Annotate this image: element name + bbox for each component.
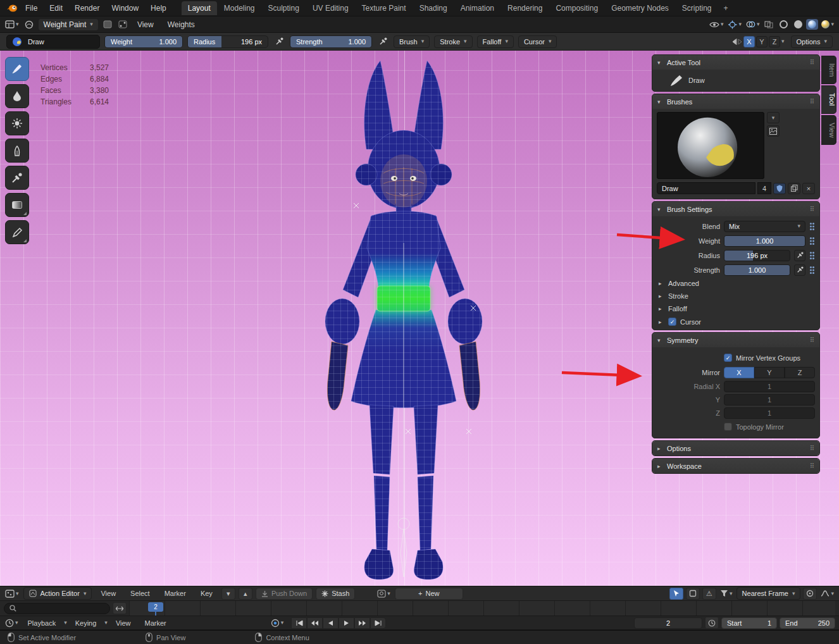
mirror-z-toggle[interactable]: Z xyxy=(769,36,780,47)
active-tool-pill[interactable]: Draw xyxy=(6,35,100,49)
menu-keying[interactable]: Keying xyxy=(70,617,103,629)
xray-toggle[interactable] xyxy=(762,18,775,31)
blend-dropdown[interactable]: Mix ▾ xyxy=(724,221,805,232)
blender-logo[interactable] xyxy=(5,2,19,15)
panel-brush-settings-header[interactable]: ▾ Brush Settings ⠿ xyxy=(652,202,819,216)
shading-wireframe-button[interactable] xyxy=(777,18,790,31)
strength-slider[interactable]: Strength 1.000 xyxy=(290,35,372,48)
fake-user-shield-button[interactable] xyxy=(773,183,786,194)
menu-view[interactable]: View xyxy=(95,588,121,599)
stash-button[interactable]: Stash xyxy=(316,588,355,600)
strength-eyedropper-button[interactable] xyxy=(376,35,389,48)
paint-mask-vertex-toggle[interactable] xyxy=(116,18,129,31)
panel-active-tool-header[interactable]: ▾ Active Tool ⠿ xyxy=(652,55,819,70)
menu-key[interactable]: Key xyxy=(195,588,218,599)
menu-marker[interactable]: Marker xyxy=(159,588,192,599)
action-browse-button[interactable]: ▾ xyxy=(376,587,392,600)
new-action-button[interactable]: + New xyxy=(395,588,463,600)
browse-action-down-button[interactable]: ▾ xyxy=(221,588,235,600)
menu-playback[interactable]: Playback xyxy=(22,617,62,629)
snap-dropdown[interactable]: Nearest Frame ▾ xyxy=(736,587,801,600)
paint-mask-face-toggle[interactable] xyxy=(101,18,114,31)
cursor-checkbox[interactable]: ✓ xyxy=(668,318,676,326)
editor-type-button[interactable]: ▾ xyxy=(4,18,20,31)
drag-handle-icon[interactable]: ⠿ xyxy=(810,337,814,344)
menu-view[interactable]: View xyxy=(110,617,137,629)
menu-view[interactable]: View xyxy=(132,18,159,31)
tab-layout[interactable]: Layout xyxy=(182,1,217,15)
cursor-popover[interactable]: Cursor ▾ xyxy=(518,35,557,48)
filter-button[interactable]: ▾ xyxy=(719,587,734,600)
channel-search-field[interactable] xyxy=(4,603,110,614)
mirror-vertex-groups-checkbox[interactable]: ✓ xyxy=(724,354,732,362)
radius-slider[interactable]: 196 px xyxy=(724,250,790,261)
animate-icon[interactable] xyxy=(809,222,815,231)
expand-channels-button[interactable] xyxy=(113,602,127,614)
menu-weights[interactable]: Weights xyxy=(162,18,201,31)
animate-icon[interactable] xyxy=(809,266,815,275)
section-cursor[interactable]: ▸ ✓ Cursor xyxy=(652,315,819,328)
start-frame-field[interactable]: Start 1 xyxy=(721,617,777,629)
panel-options-header[interactable]: ▸ Options ⠿ xyxy=(652,441,819,455)
jump-prev-keyframe-button[interactable] xyxy=(307,617,323,629)
brush-image-button[interactable] xyxy=(767,125,780,137)
action-editor-mode-dropdown[interactable]: Action Editor ▾ xyxy=(23,587,92,600)
tab-sculpting[interactable]: Sculpting xyxy=(262,1,306,15)
tool-average-button[interactable] xyxy=(5,111,29,135)
panel-brushes-header[interactable]: ▾ Brushes ⠿ xyxy=(652,94,819,109)
tool-annotate-button[interactable] xyxy=(5,220,29,244)
sidebar-tab-item[interactable]: Item xyxy=(821,56,836,84)
radius-eyedropper-button[interactable] xyxy=(273,35,285,48)
brush-popover[interactable]: Brush ▾ xyxy=(394,35,430,48)
mirror-x-toggle[interactable]: X xyxy=(743,36,755,47)
jump-to-start-button[interactable] xyxy=(291,617,307,629)
use-preview-range-toggle[interactable] xyxy=(705,617,719,629)
tool-sample-weight-button[interactable] xyxy=(5,166,29,190)
sidebar-tab-tool[interactable]: Tool xyxy=(821,85,836,113)
drag-handle-icon[interactable]: ⠿ xyxy=(810,59,814,66)
jump-next-keyframe-button[interactable] xyxy=(354,617,370,629)
show-hidden-toggle[interactable] xyxy=(686,588,700,600)
character-model[interactable] xyxy=(271,53,537,585)
drag-handle-icon[interactable]: ⠿ xyxy=(810,98,814,105)
sidebar-tab-view[interactable]: View xyxy=(821,115,836,146)
proportional-editing-toggle[interactable] xyxy=(803,588,817,600)
strength-slider[interactable]: 1.000 xyxy=(724,264,790,276)
shading-material-button[interactable] xyxy=(806,19,818,30)
drag-handle-icon[interactable]: ⠿ xyxy=(810,462,814,469)
current-frame-field[interactable]: 2 xyxy=(634,617,702,629)
stroke-popover[interactable]: Stroke ▾ xyxy=(434,35,472,48)
timeline-scrub-strip[interactable]: 2 xyxy=(129,601,835,616)
show-errors-toggle[interactable]: ⚠ xyxy=(702,588,716,600)
only-selected-toggle[interactable] xyxy=(669,588,683,600)
radius-slider[interactable]: Radius 196 px xyxy=(187,35,268,48)
brush-select-button[interactable]: ▾ xyxy=(767,112,780,123)
brush-users-count[interactable]: 4 xyxy=(757,182,771,194)
tool-draw-button[interactable] xyxy=(5,57,29,81)
viewport-3d[interactable]: Vertices3,527 Edges6,884 Faces3,380 Tria… xyxy=(0,51,839,586)
radial-y-field[interactable]: 1 xyxy=(724,394,815,406)
tab-rendering[interactable]: Rendering xyxy=(501,1,549,15)
menu-window[interactable]: Window xyxy=(106,2,144,15)
mode-dropdown[interactable]: Weight Paint ▾ xyxy=(38,18,99,31)
end-frame-field[interactable]: End 250 xyxy=(780,617,835,629)
tab-scripting[interactable]: Scripting xyxy=(676,1,718,15)
unlink-brush-button[interactable]: × xyxy=(802,183,815,194)
menu-marker[interactable]: Marker xyxy=(139,617,172,629)
play-button[interactable] xyxy=(339,617,354,629)
dopesheet-editor-type-button[interactable]: ▾ xyxy=(4,587,20,600)
mirror-z-toggle[interactable]: Z xyxy=(785,367,815,378)
shading-solid-button[interactable] xyxy=(792,18,804,31)
mirror-y-toggle[interactable]: Y xyxy=(756,36,768,47)
active-tool-row[interactable]: Draw xyxy=(652,70,819,91)
weight-slider[interactable]: 1.000 xyxy=(724,235,805,247)
radial-x-field[interactable]: 1 xyxy=(724,381,815,392)
menu-edit[interactable]: Edit xyxy=(44,2,68,15)
mirror-x-toggle[interactable]: X xyxy=(724,367,754,378)
section-stroke[interactable]: ▸ Stroke xyxy=(652,290,819,302)
panel-workspace-header[interactable]: ▸ Workspace ⠿ xyxy=(652,459,819,473)
proportional-falloff-button[interactable]: ▾ xyxy=(819,587,835,600)
object-visibility-button[interactable]: ▾ xyxy=(708,18,725,31)
tab-texture-paint[interactable]: Texture Paint xyxy=(356,1,413,15)
animate-icon[interactable] xyxy=(809,251,815,260)
